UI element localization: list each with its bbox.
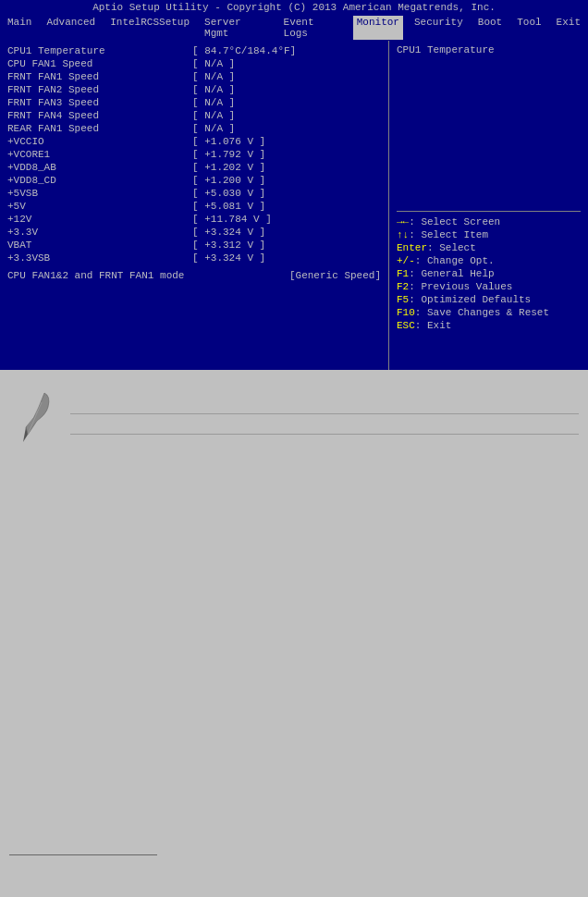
below-bios-section [0,370,588,458]
sensor-value-frntfan2: [ N/A ] [192,84,381,95]
fan-mode-row[interactable]: CPU FAN1&2 and FRNT FAN1 mode [Generic S… [7,268,381,283]
sensor-row-frntfan4: FRNT FAN4 Speed [ N/A ] [7,109,381,122]
menu-exit[interactable]: Exit [553,16,584,40]
shortcut-f2: F2: Previous Values [397,280,581,293]
note-lines-area [70,388,579,438]
sensor-value-vddab: [ +1.202 V ] [192,162,381,173]
sensor-row-vcore1: +VCORE1 [ +1.792 V ] [7,148,381,161]
sensor-label-vddab: +VDD8_AB [7,162,192,173]
sensor-label-33v: +3.3V [7,227,192,238]
sensor-label-vcore1: +VCORE1 [7,149,192,160]
sensor-label-cpu1temp: CPU1 Temperature [7,45,192,56]
sensor-label-12v: +12V [7,214,192,225]
shortcut-f5: F5: Optimized Defaults [397,293,581,306]
sensor-row-cpufan1: CPU FAN1 Speed [ N/A ] [7,57,381,70]
sensor-label-frntfan1: FRNT FAN1 Speed [7,71,192,82]
sensor-row-frntfan1: FRNT FAN1 Speed [ N/A ] [7,70,381,83]
menu-advanced[interactable]: Advanced [43,16,99,40]
fan-mode-label: CPU FAN1&2 and FRNT FAN1 mode [7,270,184,281]
sensor-row-rearfan1: REAR FAN1 Speed [ N/A ] [7,122,381,135]
right-top-description: CPU1 Temperature [397,44,581,211]
sensor-value-rearfan1: [ N/A ] [192,123,381,134]
sensor-row-12v: +12V [ +11.784 V ] [7,213,381,226]
sensor-value-frntfan3: [ N/A ] [192,97,381,108]
feather-svg [9,388,55,444]
menu-monitor[interactable]: Monitor [353,16,403,40]
sensor-row-33vsb: +3.3VSB [ +3.324 V ] [7,252,381,264]
bottom-area [0,458,588,897]
sensor-value-5vsb: [ +5.030 V ] [192,188,381,199]
right-bottom-shortcuts: →←: Select Screen ↑↓: Select Item Enter:… [397,211,581,332]
sensor-row-frntfan3: FRNT FAN3 Speed [ N/A ] [7,96,381,109]
bios-content: CPU1 Temperature [ 84.7°C/184.4°F] CPU F… [0,41,588,370]
sensor-row-vddcd: +VDD8_CD [ +1.200 V ] [7,174,381,187]
sensor-value-cpu1temp: [ 84.7°C/184.4°F] [192,45,381,56]
sensor-row-vbat: VBAT [ +3.312 V ] [7,239,381,252]
shortcut-screen: →←: Select Screen [397,215,581,228]
shortcut-change: +/-: Change Opt. [397,254,581,267]
sensor-value-frntfan1: [ N/A ] [192,71,381,82]
sensor-value-cpufan1: [ N/A ] [192,58,381,69]
right-panel: CPU1 Temperature →←: Select Screen ↑↓: S… [388,41,588,370]
note-line-1 [70,398,579,414]
note-icon [9,388,55,439]
fan-mode-value: [Generic Speed] [289,270,381,281]
sensor-value-33vsb: [ +3.324 V ] [192,252,381,264]
shortcut-enter: Enter: Select [397,241,581,254]
menu-bar: Main Advanced IntelRCSSetup Server Mgmt … [0,15,588,41]
sensor-label-rearfan1: REAR FAN1 Speed [7,123,192,134]
sensor-row-vccio: +VCCIO [ +1.076 V ] [7,135,381,148]
menu-servermgmt[interactable]: Server Mgmt [201,16,273,40]
sensor-value-12v: [ +11.784 V ] [192,214,381,225]
title-bar: Aptio Setup Utility - Copyright (C) 2013… [0,0,588,15]
sensor-value-vcore1: [ +1.792 V ] [192,149,381,160]
bios-screen: Aptio Setup Utility - Copyright (C) 2013… [0,0,588,370]
sensor-value-vbat: [ +3.312 V ] [192,240,381,251]
sensor-row-vddab: +VDD8_AB [ +1.202 V ] [7,161,381,174]
sensor-value-33v: [ +3.324 V ] [192,227,381,238]
sensor-value-vccio: [ +1.076 V ] [192,136,381,147]
sensor-label-vddcd: +VDD8_CD [7,175,192,186]
sensor-label-frntfan2: FRNT FAN2 Speed [7,84,192,95]
sensor-label-5vsb: +5VSB [7,188,192,199]
sensor-value-vddcd: [ +1.200 V ] [192,175,381,186]
sensor-label-5v: +5V [7,201,192,212]
shortcut-f1: F1: General Help [397,267,581,280]
sensor-value-frntfan4: [ N/A ] [192,110,381,121]
shortcut-item: ↑↓: Select Item [397,228,581,241]
sensor-value-5v: [ +5.081 V ] [192,201,381,212]
menu-intelrcsetup[interactable]: IntelRCSSetup [106,16,193,40]
left-panel: CPU1 Temperature [ 84.7°C/184.4°F] CPU F… [0,41,388,370]
sensor-row-frntfan2: FRNT FAN2 Speed [ N/A ] [7,83,381,96]
sensor-row-5v: +5V [ +5.081 V ] [7,200,381,213]
sensor-row-5vsb: +5VSB [ +5.030 V ] [7,187,381,200]
sensor-label-vccio: +VCCIO [7,136,192,147]
sensor-row-33v: +3.3V [ +3.324 V ] [7,226,381,239]
bios-title: Aptio Setup Utility - Copyright (C) 2013… [92,2,496,13]
shortcut-f10: F10: Save Changes & Reset [397,306,581,319]
shortcut-esc: ESC: Exit [397,319,581,332]
sensor-label-frntfan3: FRNT FAN3 Speed [7,97,192,108]
bottom-line [9,854,157,855]
note-line-2 [70,418,579,435]
menu-tool[interactable]: Tool [513,16,545,40]
menu-eventlogs[interactable]: Event Logs [280,16,346,40]
menu-main[interactable]: Main [4,16,35,40]
sensor-label-vbat: VBAT [7,240,192,251]
sensor-label-frntfan4: FRNT FAN4 Speed [7,110,192,121]
sensor-row-cpu1temp: CPU1 Temperature [ 84.7°C/184.4°F] [7,44,381,57]
menu-security[interactable]: Security [410,16,467,40]
right-panel-title: CPU1 Temperature [397,44,581,59]
sensor-label-33vsb: +3.3VSB [7,252,192,264]
sensor-label-cpufan1: CPU FAN1 Speed [7,58,192,69]
menu-boot[interactable]: Boot [474,16,506,40]
